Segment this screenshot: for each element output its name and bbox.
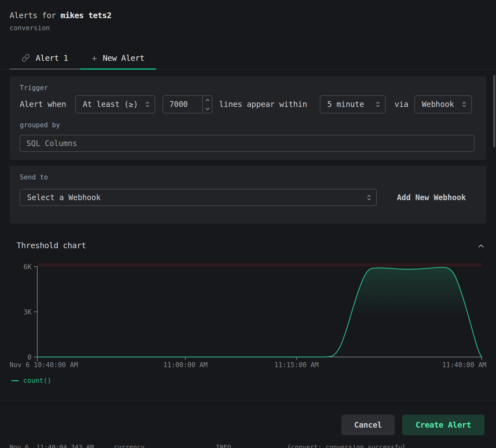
log-timestamp: Nov 6, 11:40:04.343 AM bbox=[10, 443, 94, 448]
chevron-up-icon bbox=[477, 242, 485, 250]
webhook-select-value: Select a Webhook bbox=[27, 193, 101, 202]
tab-alert-1-underline bbox=[10, 68, 80, 70]
channel-select[interactable]: Webhook bbox=[415, 95, 472, 113]
trigger-section: Trigger Alert when At least (≥) lines ap… bbox=[10, 76, 486, 160]
y-tick-label: 6K bbox=[24, 263, 32, 271]
chart-legend: count() bbox=[11, 377, 52, 384]
stepper-down-button[interactable] bbox=[203, 104, 212, 113]
series-line bbox=[37, 267, 481, 357]
webhook-select[interactable]: Select a Webhook bbox=[20, 189, 377, 206]
trigger-label: Trigger bbox=[20, 84, 48, 92]
page-title: Alerts for mikes tets2 bbox=[10, 11, 111, 20]
log-dataset: currency bbox=[114, 443, 145, 448]
grouped-by-label: grouped by bbox=[20, 121, 60, 129]
add-new-webhook-button[interactable]: Add New Webhook bbox=[385, 189, 478, 206]
threshold-number-field bbox=[163, 95, 212, 113]
legend-series-label: count() bbox=[23, 377, 52, 384]
lines-appear-label: lines appear within bbox=[219, 95, 307, 113]
tab-new-alert-label: New Alert bbox=[103, 53, 145, 63]
tab-alert-1-label: Alert 1 bbox=[36, 53, 68, 63]
chevron-updown-icon bbox=[145, 101, 150, 108]
legend-line-swatch bbox=[11, 380, 19, 381]
x-tick-label: 11:15:00 AM bbox=[274, 361, 319, 369]
send-to-section: Send to Select a Webhook Add New Webhook bbox=[10, 166, 486, 224]
link-icon bbox=[22, 54, 30, 62]
scrollbar-thumb[interactable] bbox=[493, 75, 495, 147]
x-tick-label: 11:40:00 AM bbox=[442, 361, 486, 369]
create-alert-button[interactable]: Create Alert bbox=[402, 415, 485, 435]
via-label: via bbox=[394, 95, 408, 113]
tab-new-alert-active-underline bbox=[80, 68, 156, 70]
alert-modal: Alerts for mikes tets2 conversion Alert … bbox=[0, 0, 496, 448]
log-message: {convert: conversion successful bbox=[287, 443, 406, 448]
comparator-select[interactable]: At least (≥) bbox=[75, 95, 155, 113]
chevron-updown-icon bbox=[376, 101, 380, 108]
log-level: INFO bbox=[216, 443, 231, 448]
plus-icon: + bbox=[92, 54, 97, 62]
tab-new-alert[interactable]: + New Alert bbox=[80, 48, 156, 68]
cancel-button[interactable]: Cancel bbox=[341, 415, 395, 435]
footer-divider bbox=[0, 400, 496, 400]
threshold-stepper bbox=[202, 96, 212, 113]
page-subtitle: conversion bbox=[10, 24, 50, 32]
tab-bar: Alert 1 + New Alert bbox=[0, 48, 496, 70]
collapse-chart-button[interactable] bbox=[476, 241, 486, 251]
x-tick-label: Nov 6 10:40:00 AM bbox=[10, 361, 78, 369]
chevron-updown-icon bbox=[462, 101, 466, 108]
comparator-value: At least (≥) bbox=[83, 100, 138, 109]
series-area bbox=[37, 267, 481, 357]
window-select[interactable]: 5 minute bbox=[320, 95, 386, 113]
chevron-down-icon bbox=[205, 107, 210, 110]
chevron-updown-icon bbox=[367, 194, 371, 201]
threshold-input[interactable] bbox=[163, 96, 202, 113]
y-tick-label: 3K bbox=[24, 308, 32, 316]
channel-value: Webhook bbox=[422, 100, 454, 109]
threshold-chart-title: Threshold chart bbox=[17, 241, 86, 250]
alert-when-label: Alert when bbox=[20, 95, 66, 113]
tab-alert-1[interactable]: Alert 1 bbox=[10, 48, 80, 68]
window-value: 5 minute bbox=[327, 100, 364, 109]
page-title-prefix: Alerts for bbox=[10, 11, 60, 20]
background-log-row: Nov 6, 11:40:04.343 AM currency INFO {co… bbox=[0, 443, 496, 448]
send-to-label: Send to bbox=[20, 173, 48, 181]
threshold-band bbox=[37, 263, 482, 267]
grouped-by-input[interactable] bbox=[20, 135, 474, 152]
y-tick-label: 0 bbox=[27, 354, 32, 361]
dataset-name: mikes tets2 bbox=[60, 11, 111, 20]
stepper-up-button[interactable] bbox=[203, 96, 212, 104]
chevron-up-icon bbox=[205, 99, 210, 102]
x-tick-label: 11:00:00 AM bbox=[163, 361, 208, 369]
